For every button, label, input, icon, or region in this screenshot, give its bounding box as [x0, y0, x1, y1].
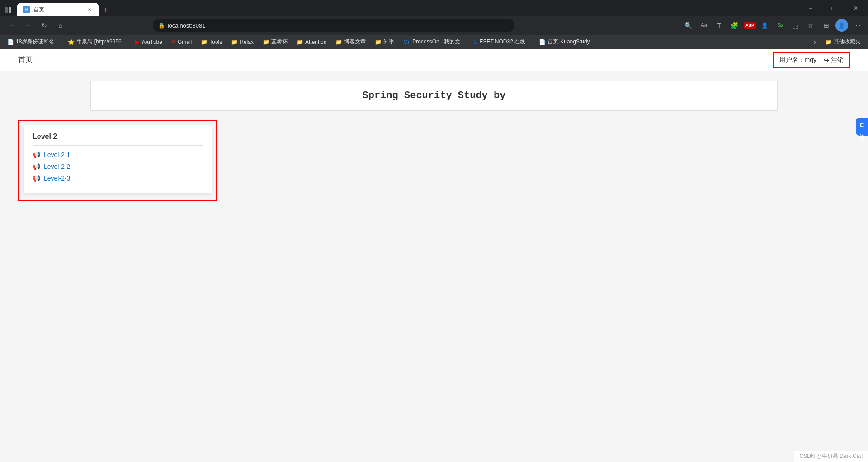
address-bar: ← → ↻ ⌂ 🔒 localhost:8081 🔍 Aa T 🧩 ABP 👤 … — [0, 16, 868, 34]
folder-icon: 📁 — [297, 39, 303, 45]
side-widget-icon: C — [859, 121, 864, 129]
menu-button[interactable]: ⋯ — [851, 19, 863, 32]
minimize-button[interactable]: − — [800, 0, 821, 16]
page-icon: E — [474, 39, 477, 45]
bookmark-label: 蓝桥杯 — [271, 38, 288, 46]
folder-icon: 📁 — [375, 39, 382, 45]
level2-links: 📢 Level-2-1 📢 Level-2-2 📢 Level-2-3 — [33, 151, 203, 182]
sidebar-toggle[interactable] — [2, 4, 14, 16]
page-footer: CSDN @牛泉禺[Dark Cat] — [794, 451, 868, 462]
other-bookmarks-label: 其他收藏夹 — [834, 38, 861, 46]
star-icon[interactable]: ☆ — [805, 19, 817, 32]
navbar-right: 用户名：mqy ↪ 注销 — [773, 52, 850, 68]
extension-icon[interactable]: 🧩 — [728, 19, 741, 32]
page-icon: 📄 — [539, 39, 546, 45]
megaphone-icon: 📢 — [33, 163, 40, 170]
bookmark-label: Tools — [209, 39, 222, 45]
ext-avatar-icon[interactable]: 👤 — [759, 19, 771, 32]
gmail-icon: ✉ — [171, 39, 176, 45]
svg-rect-1 — [9, 7, 11, 13]
logout-icon: ↪ — [824, 57, 829, 64]
megaphone-icon: 📢 — [33, 175, 40, 182]
bookmark-blog[interactable]: 📁 博客文章 — [332, 36, 369, 48]
maximize-button[interactable]: □ — [823, 0, 844, 16]
browser-chrome: H 首页 ✕ + − □ ✕ ← → ↻ ⌂ 🔒 localhost:8081 … — [0, 0, 868, 49]
level2-container: Level 2 📢 Level-2-1 📢 Level-2-2 📢 Level-… — [18, 120, 217, 201]
folder-icon: 📁 — [201, 39, 208, 45]
bookmark-label: YouTube — [141, 39, 162, 45]
cast-icon[interactable]: ⬚ — [789, 19, 802, 32]
bookmark-label: ESET NOD32 在线... — [479, 38, 530, 46]
bookmark-label: Gmail — [178, 39, 192, 45]
navbar-brand[interactable]: 首页 — [18, 55, 33, 65]
folder-icon: 📁 — [263, 39, 269, 45]
translate-icon[interactable]: T — [713, 19, 726, 32]
bookmark-label: 首页-KuangStudy — [547, 38, 590, 46]
window-controls: − □ ✕ — [800, 0, 866, 16]
tab-title: 首页 — [33, 6, 82, 14]
bookmark-label: ProcessOn - 我的文... — [412, 38, 465, 46]
bookmark-processon[interactable]: On ProcessOn - 我的文... — [400, 36, 468, 48]
tab-favicon: H — [23, 6, 30, 13]
username-label: 用户名：mqy — [779, 56, 816, 64]
main-content: Level 2 📢 Level-2-1 📢 Level-2-2 📢 Level-… — [0, 111, 868, 210]
bookmark-relax[interactable]: 📁 Relax — [227, 37, 257, 47]
search-icon[interactable]: 🔍 — [682, 19, 695, 32]
bookmark-youtube[interactable]: ▶ YouTube — [132, 37, 166, 47]
home-button[interactable]: ⌂ — [54, 19, 67, 32]
more-bookmarks-button[interactable]: › — [810, 35, 820, 48]
bookmark-label: 博客文章 — [344, 38, 366, 46]
collections-icon[interactable]: ⊞ — [820, 19, 833, 32]
bookmark-page-icon: 📄 — [7, 39, 14, 45]
page-icon: On — [403, 39, 410, 45]
bookmark-niquan[interactable]: ⭐ 牛泉禺 [http://9956... — [64, 36, 129, 48]
refresh-button[interactable]: ↻ — [38, 19, 51, 32]
bookmark-label: Attention — [305, 39, 326, 45]
bookmarks-bar: 📄 18岁身份证和名... ⭐ 牛泉禺 [http://9956... ▶ Yo… — [0, 34, 868, 49]
megaphone-icon: 📢 — [33, 151, 40, 158]
bookmark-eset[interactable]: E ESET NOD32 在线... — [470, 36, 533, 48]
close-button[interactable]: ✕ — [845, 0, 866, 16]
active-tab[interactable]: H 首页 ✕ — [17, 3, 99, 16]
forward-button[interactable]: → — [22, 19, 34, 32]
side-widget-text1: 笔记 — [859, 130, 865, 132]
url-text: localhost:8081 — [168, 22, 206, 29]
back-button[interactable]: ← — [5, 19, 18, 32]
hero-title: Spring Security Study by — [100, 90, 768, 101]
memory-saver-icon[interactable]: Aa — [698, 19, 710, 32]
footer-text: CSDN @牛泉禺[Dark Cat] — [799, 453, 863, 459]
other-bookmarks-folder[interactable]: 📁 其他收藏夹 — [821, 36, 864, 48]
bookmark-kuangstudy[interactable]: 📄 首页-KuangStudy — [535, 36, 593, 48]
youtube-icon: ▶ — [135, 39, 139, 45]
bookmark-gmail[interactable]: ✉ Gmail — [168, 37, 195, 47]
page-content: 首页 用户名：mqy ↪ 注销 Spring Security Study by… — [0, 49, 868, 462]
adblock-badge[interactable]: ABP — [744, 22, 756, 29]
ext-s2-icon[interactable]: S₂ — [774, 19, 787, 32]
level2-card: Level 2 📢 Level-2-1 📢 Level-2-2 📢 Level-… — [24, 125, 212, 193]
logout-button[interactable]: ↪ 注销 — [824, 56, 844, 64]
lock-icon: 🔒 — [158, 22, 165, 29]
bookmark-label: 18岁身份证和名... — [16, 38, 59, 46]
level2-link-3[interactable]: 📢 Level-2-3 — [33, 175, 203, 182]
profile-button[interactable]: 👤 — [835, 19, 848, 32]
tab-close-button[interactable]: ✕ — [86, 6, 93, 13]
bookmark-18id[interactable]: 📄 18岁身份证和名... — [4, 36, 62, 48]
level2-link-2[interactable]: 📢 Level-2-2 — [33, 163, 203, 170]
folder-icon: 📁 — [231, 39, 238, 45]
level2-title: Level 2 — [33, 133, 203, 146]
bookmark-label: 知乎 — [383, 38, 394, 46]
side-widget[interactable]: C 笔记 — [856, 118, 868, 136]
bookmark-zhihu[interactable]: 📁 知乎 — [371, 36, 398, 48]
bookmark-attention[interactable]: 📁 Attention — [293, 37, 330, 47]
level2-link-1[interactable]: 📢 Level-2-1 — [33, 151, 203, 158]
site-navbar: 首页 用户名：mqy ↪ 注销 — [0, 49, 868, 71]
bookmark-star-icon: ⭐ — [68, 39, 75, 45]
tab-bar: H 首页 ✕ + − □ ✕ — [0, 0, 868, 16]
bookmark-label: Relax — [240, 39, 254, 45]
toolbar-right: 🔍 Aa T 🧩 ABP 👤 S₂ ⬚ ☆ ⊞ 👤 ⋯ — [682, 19, 863, 32]
url-bar[interactable]: 🔒 localhost:8081 — [153, 19, 514, 32]
hero-banner: Spring Security Study by — [90, 81, 778, 111]
bookmark-tools[interactable]: 📁 Tools — [197, 37, 226, 47]
new-tab-button[interactable]: + — [99, 4, 112, 16]
bookmark-lanjiao[interactable]: 📁 蓝桥杯 — [259, 36, 291, 48]
